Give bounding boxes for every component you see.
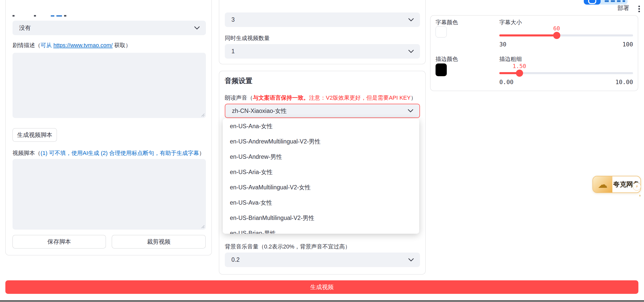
video-count-label: 同时生成视频数量 xyxy=(225,35,270,42)
lightning-icon[interactable]: ⚡ xyxy=(633,182,641,191)
voice-option[interactable]: en-US-Andrew-男性 xyxy=(223,149,419,164)
subtitle-size-min: 30 xyxy=(499,41,506,48)
clipped-text-fragment xyxy=(13,15,15,17)
stroke-color-label: 描边颜色 xyxy=(436,56,458,62)
resize-grip-icon[interactable] xyxy=(201,113,205,117)
clipped-link-fragment xyxy=(51,15,54,17)
stroke-color-swatch[interactable] xyxy=(436,63,447,76)
voice-option[interactable]: en-US-Brian-男性 xyxy=(223,226,419,234)
voice-label: 朗读声音（与文案语言保持一致。注意：V2版效果更好，但是需要API KEY） xyxy=(225,95,416,101)
deploy-button[interactable]: 部署 xyxy=(617,5,629,11)
voice-option[interactable]: en-US-Ana-女性 xyxy=(223,119,419,134)
cloud-icon: ☁ xyxy=(593,176,612,192)
generate-script-button-label: 生成视频脚本 xyxy=(17,131,52,139)
subtitle-size-max: 100 xyxy=(622,41,633,48)
badge-handle-mark: , xyxy=(639,191,641,197)
plot-label-pre: 剧情描述（ xyxy=(13,42,41,48)
video-settings-card: 3 同时生成视频数量 1 xyxy=(219,0,426,64)
voice-options-popup: en-US-Ana-女性en-US-AndrewMultilingual-V2-… xyxy=(223,119,419,234)
clipped-widget-text xyxy=(617,0,621,2)
plot-description-label: 剧情描述（可从 https://www.tvmao.com/ 获取） xyxy=(13,42,131,49)
script-label-hint: (1) 可不填，使用AI生成 (2) 合理使用标点断句，有助于生成字幕 xyxy=(41,150,199,156)
mode-select-value: 没有 xyxy=(19,24,31,32)
voice-option[interactable]: en-US-Ava-女性 xyxy=(223,195,419,210)
clip-count-value: 3 xyxy=(231,16,235,23)
video-script-label: 视频脚本（(1) 可不填，使用AI生成 (2) 合理使用标点断句，有助于生成字幕… xyxy=(13,150,205,156)
subtitle-color-swatch[interactable] xyxy=(436,26,447,37)
clipped-widget-text xyxy=(611,0,615,2)
slider-value: 1.50 xyxy=(513,63,526,69)
voice-select[interactable]: zh-CN-Xiaoxiao-女性 xyxy=(225,104,420,118)
plot-description-textarea[interactable] xyxy=(13,53,206,118)
clipped-label xyxy=(13,15,120,17)
bgm-volume-value: 0.2 xyxy=(231,256,240,263)
subtitle-size-label: 字幕大小 xyxy=(499,19,522,26)
script-settings-card: 没有 剧情描述（可从 https://www.tvmao.com/ 获取） 生成… xyxy=(5,0,212,255)
kebab-dot xyxy=(638,11,640,12)
mode-select[interactable]: 没有 xyxy=(13,21,206,35)
script-label-post: ） xyxy=(199,150,205,156)
script-label-pre: 视频脚本（ xyxy=(13,150,41,156)
kebab-dot xyxy=(638,6,640,7)
voice-select-value: zh-CN-Xiaoxiao-女性 xyxy=(232,107,287,115)
generate-script-button[interactable]: 生成视频脚本 xyxy=(13,128,57,142)
voice-option[interactable]: en-US-AndrewMultilingual-V2-男性 xyxy=(223,134,419,149)
clipped-text-fragment xyxy=(34,15,36,17)
trim-video-button-label: 裁剪视频 xyxy=(147,238,170,246)
extension-widget-icon[interactable] xyxy=(584,0,601,5)
tvmao-link[interactable]: https://www.tvmao.com/ xyxy=(53,42,113,48)
plot-label-link-pre: 可从 xyxy=(41,42,53,48)
stroke-width-min: 0.00 xyxy=(499,79,513,85)
window-bottom-edge xyxy=(0,300,644,301)
generate-video-button-label: 生成视频 xyxy=(310,283,334,291)
video-script-textarea[interactable] xyxy=(13,159,206,230)
slider-thumb[interactable] xyxy=(553,32,560,39)
voice-label-pre: 朗读声音（ xyxy=(225,95,253,101)
slider-thumb[interactable] xyxy=(516,70,523,77)
camera-glyph-icon xyxy=(587,0,597,5)
generate-video-button[interactable]: 生成视频 xyxy=(5,280,638,294)
trim-video-button[interactable]: 裁剪视频 xyxy=(112,235,206,248)
voice-label-warning-bold: 与文案语言保持一致。 xyxy=(253,95,309,101)
stroke-width-label: 描边粗细 xyxy=(499,56,522,62)
clipped-widget-text xyxy=(605,0,609,2)
stroke-width-slider[interactable]: 1.50 xyxy=(499,72,633,74)
save-script-button-label: 保存脚本 xyxy=(47,238,71,246)
chevron-down-icon xyxy=(408,50,414,53)
clipped-link-fragment xyxy=(56,15,62,17)
resize-grip-icon[interactable] xyxy=(201,224,205,228)
chevron-down-icon xyxy=(408,109,413,113)
bgm-volume-label: 背景音乐音量（0.2表示20%，背景声音不宜过高） xyxy=(225,243,351,250)
voice-option[interactable]: en-US-Aria-女性 xyxy=(223,164,419,180)
slider-value: 60 xyxy=(553,25,560,32)
video-count-select[interactable]: 1 xyxy=(225,44,420,59)
slider-fill xyxy=(499,34,557,36)
chevron-down-icon xyxy=(408,258,414,262)
bgm-volume-select[interactable]: 0.2 xyxy=(225,253,420,267)
audio-settings-title: 音频设置 xyxy=(225,76,252,85)
voice-option[interactable]: en-US-AvaMultilingual-V2-女性 xyxy=(223,180,419,195)
save-script-button[interactable]: 保存脚本 xyxy=(13,235,106,248)
chevron-down-icon xyxy=(194,26,200,30)
chevron-down-icon xyxy=(408,18,414,22)
clipped-text-fragment xyxy=(64,15,66,17)
stroke-width-max: 10.00 xyxy=(615,79,633,85)
subtitle-color-label: 字幕颜色 xyxy=(436,19,458,26)
subtitle-style-card: 字幕颜色 字幕大小 60 30 100 描边颜色 描边粗细 1.50 0.00 … xyxy=(430,15,638,91)
main-menu-button[interactable] xyxy=(638,5,640,13)
plot-label-post: 获取） xyxy=(113,42,131,48)
voice-label-warning: 注意：V2版效果更好，但是需要API KEY xyxy=(309,95,411,101)
subtitle-size-slider[interactable]: 60 xyxy=(499,34,633,36)
kebab-dot xyxy=(638,8,640,10)
voice-label-post: ） xyxy=(411,95,416,101)
clipped-widget-text xyxy=(623,0,625,2)
clip-count-select[interactable]: 3 xyxy=(225,12,420,27)
video-count-value: 1 xyxy=(231,48,235,55)
voice-option[interactable]: en-US-BrianMultilingual-V2-男性 xyxy=(223,210,419,226)
